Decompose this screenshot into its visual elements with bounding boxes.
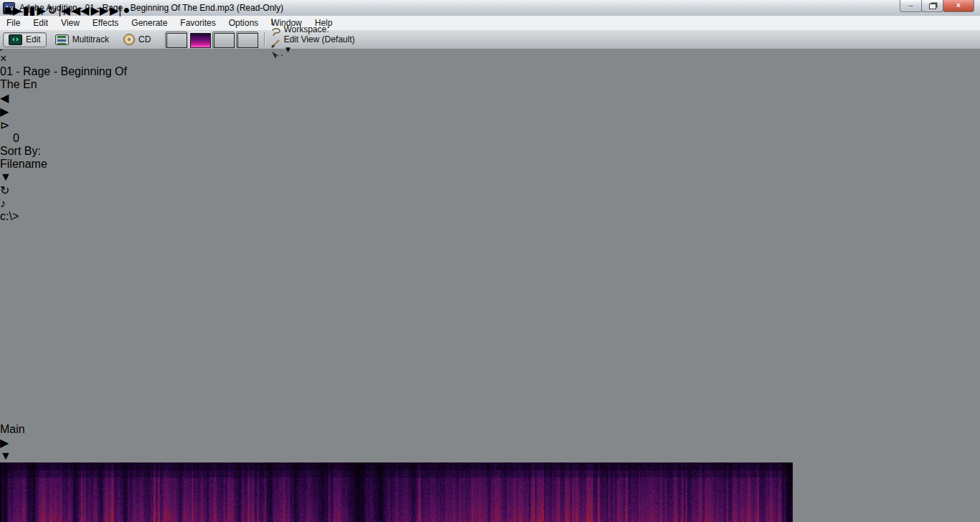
multitrack-icon xyxy=(55,34,69,45)
menu-effects[interactable]: Effects xyxy=(86,16,125,29)
titlebar: Au Adobe Audition - 01 - Rage - Beginnin… xyxy=(0,0,980,16)
close-file-button[interactable]: × xyxy=(0,52,144,65)
ibeam-icon: I xyxy=(270,17,273,27)
magnifier-icon: − xyxy=(27,6,33,18)
lasso-icon xyxy=(270,27,283,37)
minimize-icon: – xyxy=(909,2,913,9)
close-icon: × xyxy=(956,2,961,9)
workspace-value: Edit View (Default) xyxy=(283,34,354,44)
record-icon: ● xyxy=(123,4,130,16)
spectral-frequency-display-button[interactable] xyxy=(189,32,211,48)
edit-view-label: Edit xyxy=(26,34,41,44)
multitrack-view-button[interactable]: Multitrack xyxy=(50,32,115,47)
toolbar: Edit Multitrack CD I xyxy=(0,30,980,49)
tab-main[interactable]: Main xyxy=(0,423,980,436)
zoom-out-full-button[interactable]: − xyxy=(27,6,33,19)
menubar: FileEditViewEffectsGenerateFavoritesOpti… xyxy=(0,16,980,31)
menu-favorites[interactable]: Favorites xyxy=(174,16,222,29)
sort-by-value: Filename xyxy=(0,158,47,170)
magnifier-icon: + xyxy=(39,6,45,18)
music-note-icon: ♪ xyxy=(0,197,6,209)
cd-label: CD xyxy=(138,34,151,44)
panel-menu-icon: ▶ xyxy=(0,437,9,449)
cursor-marker-top-icon[interactable]: ▼ xyxy=(0,450,11,462)
tab-main-label: Main xyxy=(0,423,25,435)
zoom-out-horizontally-button[interactable]: − xyxy=(17,6,23,19)
edit-view-icon xyxy=(9,34,22,45)
time-selection-tool-button[interactable]: I xyxy=(270,17,283,27)
main-panel-menu-button[interactable]: ▶ xyxy=(0,437,9,449)
sort-dropdown-arrow-icon[interactable]: ▼ xyxy=(0,171,144,184)
scroll-left-icon[interactable]: ◀ xyxy=(0,92,9,104)
zoom-in-horizontally-button[interactable]: + xyxy=(7,6,14,19)
magnifier-icon: + xyxy=(61,6,67,18)
loop-icon: ↻ xyxy=(0,184,9,196)
workspace-select[interactable]: Edit View (Default) xyxy=(283,34,354,44)
zoom-in-right-edge-button[interactable]: − xyxy=(48,6,55,19)
files-panel: × 01 - Rage - Beginning Of The En ◀ ▶ ⊳ … xyxy=(0,52,144,423)
spectral-display[interactable] xyxy=(0,462,830,522)
workspace-label: Workspace: xyxy=(283,24,329,34)
file-name: 01 - Rage - Beginning Of The En xyxy=(0,65,127,90)
cd-icon xyxy=(123,34,135,45)
cd-view-button[interactable]: CD xyxy=(118,32,156,47)
spectral-phase-display-button[interactable] xyxy=(236,32,258,48)
magnifier-icon: − xyxy=(70,6,77,18)
lasso-selection-tool-button[interactable] xyxy=(270,27,283,39)
sort-by-label: Sort By: xyxy=(0,145,41,157)
close-button[interactable]: × xyxy=(943,0,974,12)
main-panel: ▼ 20000180001600014000120001000080006000… xyxy=(0,450,830,522)
magnifier-icon: − xyxy=(48,6,55,18)
fast-forward-button[interactable]: ▶▶ xyxy=(90,4,108,17)
spectral-pan-icon xyxy=(214,33,235,48)
go-to-end-button[interactable]: ▶| xyxy=(110,4,121,17)
scroll-right-icon[interactable]: ▶ xyxy=(0,105,9,118)
auto-play-toggle-button[interactable]: ⊳ xyxy=(0,118,144,132)
preview-volume-value[interactable]: 0 xyxy=(13,132,19,144)
spectral-display-icon xyxy=(190,33,211,48)
effects-paintbrush-tool-button[interactable] xyxy=(270,39,283,51)
autoplay-icon: ⊳ xyxy=(0,119,9,131)
restore-icon xyxy=(929,4,936,9)
close-x-icon: × xyxy=(0,52,6,65)
full-path-icon[interactable]: c:\> xyxy=(0,210,19,222)
sort-by-select[interactable]: Filename xyxy=(0,158,144,171)
multitrack-label: Multitrack xyxy=(72,34,109,44)
waveform-display-icon xyxy=(166,33,187,48)
show-loop-files-button[interactable]: ↻ xyxy=(0,184,144,197)
zoom-in-vertically-button[interactable]: + xyxy=(61,6,67,19)
file-list-item[interactable]: 01 - Rage - Beginning Of The En xyxy=(0,65,144,91)
paintbrush-icon xyxy=(270,39,281,49)
go-to-end-icon: ▶| xyxy=(110,4,121,16)
menu-options[interactable]: Options xyxy=(222,16,265,29)
zoom-out-vertically-button[interactable]: − xyxy=(70,6,77,19)
magnifier-icon: − xyxy=(17,6,23,18)
spectral-phase-icon xyxy=(237,33,258,48)
menu-generate[interactable]: Generate xyxy=(125,16,174,29)
record-button[interactable]: ● xyxy=(123,4,130,17)
spectrogram-canvas[interactable] xyxy=(0,462,793,522)
adobe-audition-window: Au Adobe Audition - 01 - Rage - Beginnin… xyxy=(0,0,980,522)
scrub-icon xyxy=(270,51,283,60)
workspace-dropdown-arrow-icon[interactable]: ▼ xyxy=(283,44,354,54)
minimize-button[interactable]: – xyxy=(900,0,922,12)
waveform-display-button[interactable] xyxy=(165,32,187,48)
show-midi-files-button[interactable]: ♪ xyxy=(0,197,144,210)
fast-forward-icon: ▶▶ xyxy=(90,4,108,16)
zoom-in-left-edge-button[interactable]: + xyxy=(39,6,45,19)
file-list-hscrollbar[interactable]: ◀ ▶ xyxy=(0,91,144,118)
scrub-tool-button[interactable] xyxy=(270,51,283,62)
restore-button[interactable] xyxy=(921,0,943,12)
edit-view-button[interactable]: Edit xyxy=(3,32,47,47)
toolbar-separator xyxy=(264,32,265,47)
magnifier-icon: + xyxy=(7,6,14,18)
file-list[interactable]: 01 - Rage - Beginning Of The En xyxy=(0,65,144,91)
spectral-pan-display-button[interactable] xyxy=(212,32,235,48)
